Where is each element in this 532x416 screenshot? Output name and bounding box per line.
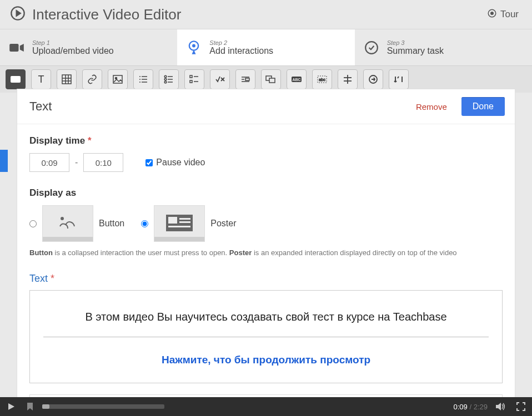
single-choice-tool-icon[interactable] xyxy=(159,69,179,89)
content-line-2: Нажмите, что бы продолжить просмотр xyxy=(40,354,492,366)
text-content-box[interactable]: В этом видео Вы научитесь создавать свой… xyxy=(29,290,503,383)
svg-rect-37 xyxy=(245,78,249,80)
time-to-input[interactable] xyxy=(83,153,123,172)
svg-rect-52 xyxy=(179,218,190,220)
touch-icon xyxy=(186,40,202,55)
true-false-tool-icon[interactable] xyxy=(210,69,230,89)
svg-point-8 xyxy=(365,42,378,54)
display-as-label: Display as xyxy=(29,187,503,199)
crossroads-tool-icon[interactable] xyxy=(338,69,358,89)
poster-radio[interactable] xyxy=(141,220,148,227)
time-current: 0:09 xyxy=(454,403,468,411)
button-radio[interactable] xyxy=(29,220,37,227)
svg-rect-53 xyxy=(179,221,190,223)
content-divider xyxy=(43,337,489,337)
svg-rect-40 xyxy=(269,78,275,83)
step-number: Step 1 xyxy=(32,39,114,46)
button-caption: Button xyxy=(99,219,124,229)
text-section-label-text: Text xyxy=(29,273,48,284)
pause-label: Pause video xyxy=(156,158,205,168)
svg-point-27 xyxy=(164,81,167,83)
display-time-row: - Pause video xyxy=(29,153,503,172)
panel-title: Text xyxy=(29,99,52,114)
display-as-poster[interactable]: Poster xyxy=(141,205,236,242)
header-title-group: Interactive Video Editor xyxy=(10,6,181,23)
required-mark: * xyxy=(88,135,92,146)
player-right-controls: 0:09 / 2:29 xyxy=(454,400,528,413)
poster-preview-icon xyxy=(154,205,205,242)
text-tool-icon[interactable]: T xyxy=(31,69,51,89)
target-icon xyxy=(487,8,497,21)
time-total: / 2:29 xyxy=(469,403,488,411)
svg-marker-5 xyxy=(20,44,24,52)
step-title: Summary task xyxy=(387,46,444,56)
navigation-hotspot-tool-icon[interactable] xyxy=(363,69,383,89)
play-icon[interactable] xyxy=(4,400,18,413)
svg-marker-1 xyxy=(17,11,21,16)
svg-rect-29 xyxy=(190,75,192,78)
display-as-button[interactable]: Button xyxy=(29,205,124,242)
remove-button[interactable]: Remove xyxy=(416,102,447,111)
display-time-label-text: Display time xyxy=(29,135,85,146)
label-tool-icon[interactable] xyxy=(6,69,26,89)
drag-text-tool-icon[interactable]: abc xyxy=(312,69,332,89)
drag-drop-tool-icon[interactable] xyxy=(261,69,281,89)
svg-rect-4 xyxy=(9,44,18,52)
check-circle-icon xyxy=(364,40,379,55)
step-add-interactions[interactable]: Step 2 Add interactions xyxy=(177,29,354,65)
tour-button[interactable]: Tour xyxy=(487,8,519,21)
image-tool-icon[interactable] xyxy=(108,69,128,89)
progress-bar[interactable] xyxy=(42,404,164,409)
progress-fill xyxy=(42,404,49,409)
svg-point-25 xyxy=(164,78,167,80)
steps-tabs: Step 1 Upload/embed video Step 2 Add int… xyxy=(0,29,532,66)
svg-marker-56 xyxy=(496,403,501,410)
multiple-choice-tool-icon[interactable] xyxy=(184,69,204,89)
svg-rect-15 xyxy=(113,75,122,83)
table-tool-icon[interactable] xyxy=(57,69,77,89)
step-text: Step 2 Add interactions xyxy=(209,39,273,56)
done-button[interactable]: Done xyxy=(461,97,505,116)
more-tools-icon[interactable] xyxy=(389,69,409,89)
svg-text:abc: abc xyxy=(319,78,325,82)
svg-rect-51 xyxy=(168,217,177,224)
svg-rect-9 xyxy=(11,76,21,83)
step-title: Upload/embed video xyxy=(32,46,114,56)
statements-tool-icon[interactable] xyxy=(133,69,153,89)
pause-checkbox[interactable] xyxy=(145,159,153,166)
time-from-input[interactable] xyxy=(29,153,69,172)
help-poster-desc: is an expanded interaction displayed dir… xyxy=(252,248,456,257)
poster-caption: Poster xyxy=(210,219,236,229)
time-display: 0:09 / 2:29 xyxy=(454,403,488,411)
svg-point-3 xyxy=(491,12,494,14)
svg-point-7 xyxy=(192,44,195,47)
step-text: Step 1 Upload/embed video xyxy=(32,39,114,56)
video-camera-icon xyxy=(9,40,24,55)
page-title: Interactive Video Editor xyxy=(32,6,181,23)
svg-point-23 xyxy=(164,75,167,78)
fill-blanks-tool-icon[interactable] xyxy=(235,69,255,89)
svg-marker-55 xyxy=(8,403,14,410)
step-number: Step 3 xyxy=(387,39,444,46)
play-circle-icon xyxy=(10,6,26,23)
side-tab[interactable] xyxy=(0,150,8,172)
step-upload[interactable]: Step 1 Upload/embed video xyxy=(0,29,177,65)
step-summary[interactable]: Step 3 Summary task xyxy=(355,29,532,65)
fullscreen-icon[interactable] xyxy=(514,400,528,413)
svg-rect-54 xyxy=(168,226,190,227)
bookmark-icon[interactable] xyxy=(23,400,37,413)
step-text: Step 3 Summary task xyxy=(387,39,444,56)
display-time-label: Display time * xyxy=(29,135,503,146)
svg-text:ABC: ABC xyxy=(292,78,300,82)
tour-label: Tour xyxy=(500,9,519,20)
video-player-bar: 0:09 / 2:29 xyxy=(0,397,532,416)
mark-words-tool-icon[interactable]: ABC xyxy=(287,69,307,89)
help-button-word: Button xyxy=(29,248,53,257)
pause-video-option[interactable]: Pause video xyxy=(145,158,205,168)
svg-point-49 xyxy=(61,217,63,220)
app-header: Interactive Video Editor Tour xyxy=(0,0,532,29)
volume-icon[interactable] xyxy=(494,400,508,413)
link-tool-icon[interactable] xyxy=(82,69,102,89)
svg-rect-10 xyxy=(62,75,71,84)
display-as-options: Button Poster xyxy=(29,205,503,242)
